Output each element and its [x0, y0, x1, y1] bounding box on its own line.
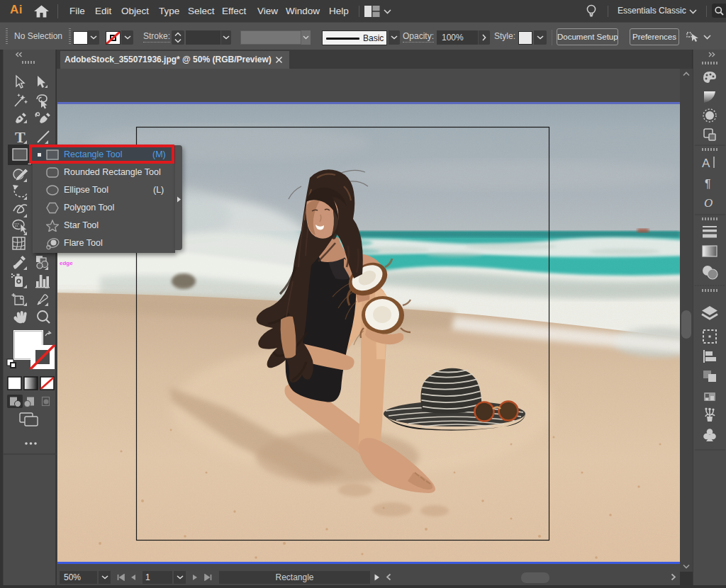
svg-text:A: A	[702, 157, 710, 170]
svg-text:¶: ¶	[705, 178, 711, 190]
svg-text:O: O	[704, 196, 713, 210]
